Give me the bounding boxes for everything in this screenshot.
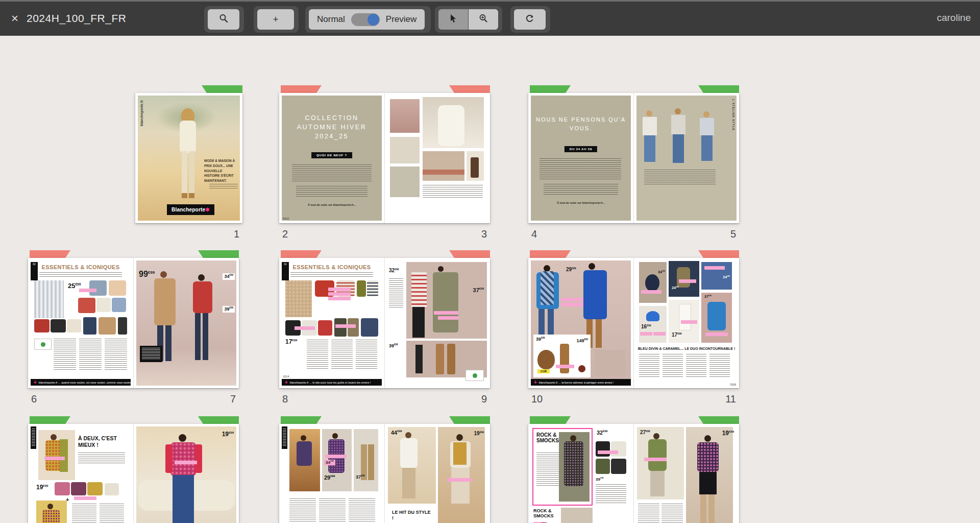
thumbnail-spread-1[interactable]: blancheporte.fr MODE & MAISON À PRIX DOU… bbox=[135, 93, 242, 240]
price-label: 99€99 bbox=[139, 270, 155, 278]
page-number: 4 bbox=[531, 228, 537, 240]
model-photo bbox=[285, 280, 312, 317]
thumbnail-spread-10-11[interactable]: 29€99 39€99 149€90 CUIR +blancheporte bbox=[528, 258, 739, 405]
section-badge: DU 34 AU 58 bbox=[565, 146, 597, 152]
page-4: NOUS NE PENSONS QU'A VOUS. DU 34 AU 58 À… bbox=[528, 93, 634, 223]
price-label: 39€99 bbox=[389, 344, 398, 348]
cover-brand-vertical: blancheporte.fr bbox=[140, 100, 143, 126]
page-8: 01 ESSENTIELS & ICONIQUES 17€99 bbox=[279, 258, 385, 388]
price-label: 149€90 bbox=[576, 339, 588, 343]
price-label: 32€99 bbox=[389, 268, 399, 273]
price-label: 17€99 bbox=[672, 332, 681, 338]
corner-tag: 01 bbox=[282, 262, 289, 280]
panel-heading: LE HIT DU STYLE ! bbox=[392, 510, 433, 521]
search-icon bbox=[218, 13, 229, 26]
page-code: 7005 bbox=[730, 383, 736, 386]
page-heading: BLEU DIVIN & CARAMEL... LE DUO INCONTOUR… bbox=[634, 347, 739, 350]
cursor-icon bbox=[449, 14, 457, 25]
section-title: NOUS NE PENSONS QU'A VOUS. bbox=[533, 115, 628, 132]
mode-normal-label[interactable]: Normal bbox=[317, 14, 345, 25]
promo-text: blancheporte.fr ... le site pour tous le… bbox=[290, 381, 371, 384]
corner-tag bbox=[31, 426, 36, 449]
thumbnail-spread-16-17[interactable]: ROCK & SMOCKS 32€99 39€99 ROCK & SMOCKS … bbox=[528, 424, 739, 523]
style-panel: LE HIT DU STYLE ! bbox=[388, 506, 436, 523]
page-heading: ROCK & SMOCKS bbox=[536, 432, 561, 443]
page-number: 6 bbox=[31, 393, 37, 405]
price-label: 19€99 bbox=[474, 431, 484, 436]
khaki-coat-model bbox=[433, 272, 458, 332]
price-label: 37€99 bbox=[704, 295, 712, 298]
cta-line: À tout de suite sur blancheporte.fr... bbox=[528, 201, 633, 204]
model-photo bbox=[36, 501, 67, 523]
page-11: 34€99 24€99 24€99 16€99 17€99 37€99 BLEU… bbox=[634, 258, 739, 388]
page-number: 5 bbox=[730, 228, 736, 240]
promo-bar: +blancheporte.fr ... le site pour tous l… bbox=[282, 379, 382, 386]
page-5: L'ATELIER STYLE bbox=[634, 93, 739, 223]
page-number: 11 bbox=[725, 393, 736, 405]
price-label: 37€99 bbox=[473, 288, 484, 293]
username[interactable]: caroline bbox=[937, 12, 971, 23]
thumbnail-spread-8-9[interactable]: 01 ESSENTIELS & ICONIQUES 17€99 bbox=[279, 258, 490, 405]
thumbnail-spread-14-15[interactable]: 29€99 34€99 37€99 1008 +blancheporte.fr … bbox=[279, 424, 490, 523]
page-14: 29€99 34€99 37€99 1008 +blancheporte.fr … bbox=[279, 424, 385, 523]
price-label: 32€99 bbox=[597, 430, 607, 436]
page-number: 1 bbox=[234, 228, 239, 240]
model-photo bbox=[637, 427, 684, 500]
model-photo bbox=[686, 427, 733, 523]
page-number: 10 bbox=[531, 393, 543, 405]
pointer-zoom-group bbox=[435, 6, 502, 33]
promo-bar: +blancheporte.fr ... quand vous voulez, … bbox=[31, 379, 131, 386]
price-label: 34€99 bbox=[324, 460, 335, 465]
mode-toggle[interactable] bbox=[351, 13, 380, 26]
refresh-button[interactable] bbox=[514, 9, 546, 30]
mode-preview-label[interactable]: Preview bbox=[386, 14, 416, 25]
oeko-badge bbox=[465, 370, 484, 381]
model-photo bbox=[289, 429, 320, 491]
pink-blouse-model bbox=[170, 442, 196, 476]
page-number: 7 bbox=[230, 393, 236, 405]
pointer-tool-button[interactable] bbox=[438, 9, 468, 30]
accessories-panel: 39€99 149€90 CUIR bbox=[533, 335, 591, 377]
price-label: 34€99 bbox=[658, 270, 665, 274]
material-tag: CUIR bbox=[537, 369, 550, 373]
page-number: 8 bbox=[282, 393, 288, 405]
add-group: + bbox=[254, 6, 299, 33]
price-label: 39€99 bbox=[223, 306, 235, 313]
model-photo bbox=[38, 430, 75, 480]
section-badge: QUOI DE NEUF ? bbox=[311, 152, 352, 158]
thumbnail-spread-4-5[interactable]: NOUS NE PENSONS QU'A VOUS. DU 34 AU 58 À… bbox=[528, 93, 739, 240]
search-button[interactable] bbox=[208, 9, 239, 30]
zoom-tool-button[interactable] bbox=[469, 9, 498, 30]
page-code: 9002 bbox=[283, 217, 289, 220]
thumbnail-grid: blancheporte.fr MODE & MAISON À PRIX DOU… bbox=[0, 36, 980, 523]
price-label: 17€99 bbox=[285, 339, 297, 345]
price-label: 19€99 bbox=[36, 484, 48, 490]
blue-dress-model bbox=[583, 270, 607, 319]
page-17: 27€99 19€99 32€99 bbox=[634, 424, 739, 523]
thumbnail-spread-12-13[interactable]: À DEUX, C'EST MIEUX ! 19€99 + 1000 bbox=[28, 424, 239, 523]
promo-text: blancheporte.fr ... quand vous voulez, o… bbox=[39, 381, 131, 384]
oeko-badge bbox=[34, 339, 52, 350]
info-box bbox=[140, 346, 162, 362]
thumbnail-spread-6-7[interactable]: 02 ESSENTIELS & ICONIQUES 25€99 bbox=[28, 258, 239, 405]
refresh-icon bbox=[525, 13, 535, 26]
page-16: ROCK & SMOCKS 32€99 39€99 ROCK & SMOCKS … bbox=[528, 424, 634, 523]
thumbnail-spread-2-3[interactable]: COLLECTION AUTOMNE HIVER 2024_25 QUOI DE… bbox=[279, 93, 490, 240]
mode-segment: Normal Preview bbox=[309, 9, 425, 30]
promo-text: blancheporte.fr ... la bonne adresse à p… bbox=[539, 381, 614, 384]
model-photo bbox=[354, 429, 378, 491]
model-photo bbox=[559, 432, 590, 502]
cover-tagline: MODE & MAISON À PRIX DOUX... UNE NOUVELL… bbox=[204, 158, 238, 183]
price-label: 39€99 bbox=[536, 337, 545, 342]
price-label: 29€99 bbox=[566, 267, 576, 272]
toggle-knob bbox=[368, 14, 379, 26]
add-button[interactable]: + bbox=[257, 9, 294, 30]
close-icon[interactable]: × bbox=[7, 11, 22, 26]
model-photo bbox=[438, 427, 485, 523]
price-label: 19€99 bbox=[722, 430, 734, 436]
model-photo bbox=[34, 280, 64, 318]
page-15: 44€99 19€99 LE HIT DU STYLE ! bbox=[385, 424, 490, 523]
edge-label: L'ATELIER STYLE bbox=[732, 99, 735, 131]
toolbar: × 2024H_100_FR_FR + Normal Preview bbox=[0, 0, 980, 36]
price-label: 24€99 bbox=[672, 286, 679, 290]
